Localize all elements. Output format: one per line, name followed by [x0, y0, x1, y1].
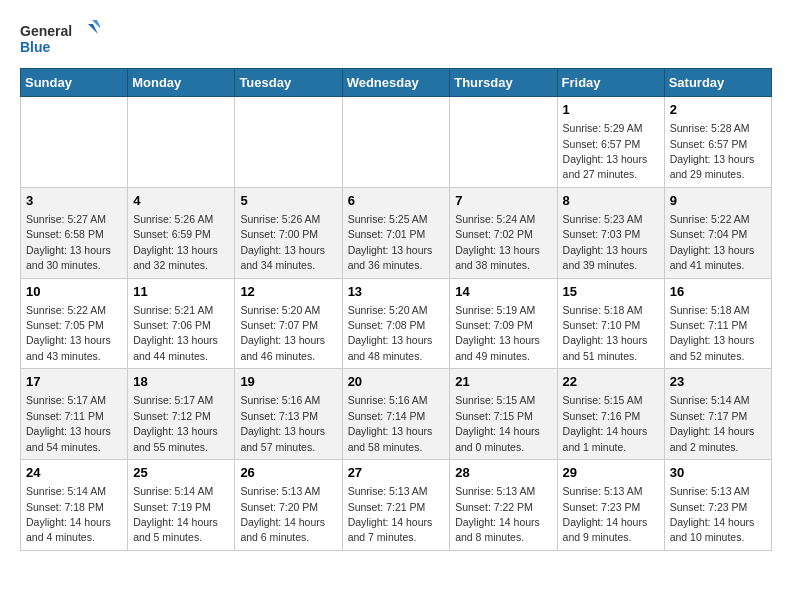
- day-info: Sunrise: 5:15 AM Sunset: 7:15 PM Dayligh…: [455, 394, 540, 452]
- header-monday: Monday: [128, 69, 235, 97]
- day-info: Sunrise: 5:27 AM Sunset: 6:58 PM Dayligh…: [26, 213, 111, 271]
- calendar-cell: 22Sunrise: 5:15 AM Sunset: 7:16 PM Dayli…: [557, 369, 664, 460]
- day-info: Sunrise: 5:23 AM Sunset: 7:03 PM Dayligh…: [563, 213, 648, 271]
- day-number: 11: [133, 283, 229, 301]
- calendar-cell: 13Sunrise: 5:20 AM Sunset: 7:08 PM Dayli…: [342, 278, 450, 369]
- day-number: 5: [240, 192, 336, 210]
- day-number: 8: [563, 192, 659, 210]
- day-number: 7: [455, 192, 551, 210]
- day-number: 19: [240, 373, 336, 391]
- day-info: Sunrise: 5:13 AM Sunset: 7:23 PM Dayligh…: [563, 485, 648, 543]
- day-number: 12: [240, 283, 336, 301]
- calendar-cell: 8Sunrise: 5:23 AM Sunset: 7:03 PM Daylig…: [557, 187, 664, 278]
- calendar-week-1: 1Sunrise: 5:29 AM Sunset: 6:57 PM Daylig…: [21, 97, 772, 188]
- day-info: Sunrise: 5:16 AM Sunset: 7:13 PM Dayligh…: [240, 394, 325, 452]
- day-number: 13: [348, 283, 445, 301]
- day-number: 23: [670, 373, 766, 391]
- day-info: Sunrise: 5:24 AM Sunset: 7:02 PM Dayligh…: [455, 213, 540, 271]
- calendar-cell: 19Sunrise: 5:16 AM Sunset: 7:13 PM Dayli…: [235, 369, 342, 460]
- calendar-week-2: 3Sunrise: 5:27 AM Sunset: 6:58 PM Daylig…: [21, 187, 772, 278]
- day-info: Sunrise: 5:16 AM Sunset: 7:14 PM Dayligh…: [348, 394, 433, 452]
- day-info: Sunrise: 5:14 AM Sunset: 7:18 PM Dayligh…: [26, 485, 111, 543]
- calendar-week-3: 10Sunrise: 5:22 AM Sunset: 7:05 PM Dayli…: [21, 278, 772, 369]
- day-info: Sunrise: 5:14 AM Sunset: 7:19 PM Dayligh…: [133, 485, 218, 543]
- calendar-cell: 25Sunrise: 5:14 AM Sunset: 7:19 PM Dayli…: [128, 460, 235, 551]
- calendar-cell: 26Sunrise: 5:13 AM Sunset: 7:20 PM Dayli…: [235, 460, 342, 551]
- calendar-cell: [21, 97, 128, 188]
- day-number: 4: [133, 192, 229, 210]
- day-info: Sunrise: 5:26 AM Sunset: 6:59 PM Dayligh…: [133, 213, 218, 271]
- calendar-cell: [128, 97, 235, 188]
- calendar-cell: 23Sunrise: 5:14 AM Sunset: 7:17 PM Dayli…: [664, 369, 771, 460]
- calendar-cell: 18Sunrise: 5:17 AM Sunset: 7:12 PM Dayli…: [128, 369, 235, 460]
- logo-svg: General Blue: [20, 20, 100, 60]
- calendar-cell: 17Sunrise: 5:17 AM Sunset: 7:11 PM Dayli…: [21, 369, 128, 460]
- calendar-cell: 1Sunrise: 5:29 AM Sunset: 6:57 PM Daylig…: [557, 97, 664, 188]
- day-info: Sunrise: 5:18 AM Sunset: 7:11 PM Dayligh…: [670, 304, 755, 362]
- svg-text:General: General: [20, 23, 72, 39]
- calendar-cell: 21Sunrise: 5:15 AM Sunset: 7:15 PM Dayli…: [450, 369, 557, 460]
- calendar-cell: 20Sunrise: 5:16 AM Sunset: 7:14 PM Dayli…: [342, 369, 450, 460]
- calendar-cell: 7Sunrise: 5:24 AM Sunset: 7:02 PM Daylig…: [450, 187, 557, 278]
- day-number: 6: [348, 192, 445, 210]
- svg-text:Blue: Blue: [20, 39, 51, 55]
- calendar-cell: [235, 97, 342, 188]
- day-number: 16: [670, 283, 766, 301]
- logo: General Blue: [20, 20, 100, 60]
- header-wednesday: Wednesday: [342, 69, 450, 97]
- calendar-cell: 16Sunrise: 5:18 AM Sunset: 7:11 PM Dayli…: [664, 278, 771, 369]
- calendar-cell: 24Sunrise: 5:14 AM Sunset: 7:18 PM Dayli…: [21, 460, 128, 551]
- calendar-week-4: 17Sunrise: 5:17 AM Sunset: 7:11 PM Dayli…: [21, 369, 772, 460]
- calendar-cell: 14Sunrise: 5:19 AM Sunset: 7:09 PM Dayli…: [450, 278, 557, 369]
- header-tuesday: Tuesday: [235, 69, 342, 97]
- calendar-header-row: SundayMondayTuesdayWednesdayThursdayFrid…: [21, 69, 772, 97]
- calendar-cell: 29Sunrise: 5:13 AM Sunset: 7:23 PM Dayli…: [557, 460, 664, 551]
- day-info: Sunrise: 5:13 AM Sunset: 7:20 PM Dayligh…: [240, 485, 325, 543]
- calendar-cell: 11Sunrise: 5:21 AM Sunset: 7:06 PM Dayli…: [128, 278, 235, 369]
- day-number: 14: [455, 283, 551, 301]
- day-info: Sunrise: 5:19 AM Sunset: 7:09 PM Dayligh…: [455, 304, 540, 362]
- svg-marker-2: [88, 24, 98, 34]
- day-number: 9: [670, 192, 766, 210]
- calendar-cell: 2Sunrise: 5:28 AM Sunset: 6:57 PM Daylig…: [664, 97, 771, 188]
- day-number: 2: [670, 101, 766, 119]
- day-number: 15: [563, 283, 659, 301]
- day-info: Sunrise: 5:18 AM Sunset: 7:10 PM Dayligh…: [563, 304, 648, 362]
- day-number: 27: [348, 464, 445, 482]
- day-number: 29: [563, 464, 659, 482]
- calendar-cell: [450, 97, 557, 188]
- day-number: 17: [26, 373, 122, 391]
- day-info: Sunrise: 5:20 AM Sunset: 7:08 PM Dayligh…: [348, 304, 433, 362]
- calendar-cell: 10Sunrise: 5:22 AM Sunset: 7:05 PM Dayli…: [21, 278, 128, 369]
- header-friday: Friday: [557, 69, 664, 97]
- header-saturday: Saturday: [664, 69, 771, 97]
- calendar-cell: 28Sunrise: 5:13 AM Sunset: 7:22 PM Dayli…: [450, 460, 557, 551]
- calendar-table: SundayMondayTuesdayWednesdayThursdayFrid…: [20, 68, 772, 551]
- day-info: Sunrise: 5:22 AM Sunset: 7:04 PM Dayligh…: [670, 213, 755, 271]
- day-info: Sunrise: 5:13 AM Sunset: 7:21 PM Dayligh…: [348, 485, 433, 543]
- day-info: Sunrise: 5:28 AM Sunset: 6:57 PM Dayligh…: [670, 122, 755, 180]
- day-info: Sunrise: 5:26 AM Sunset: 7:00 PM Dayligh…: [240, 213, 325, 271]
- day-info: Sunrise: 5:17 AM Sunset: 7:11 PM Dayligh…: [26, 394, 111, 452]
- day-number: 28: [455, 464, 551, 482]
- day-number: 3: [26, 192, 122, 210]
- calendar-cell: 9Sunrise: 5:22 AM Sunset: 7:04 PM Daylig…: [664, 187, 771, 278]
- calendar-cell: 15Sunrise: 5:18 AM Sunset: 7:10 PM Dayli…: [557, 278, 664, 369]
- calendar-cell: 30Sunrise: 5:13 AM Sunset: 7:23 PM Dayli…: [664, 460, 771, 551]
- header-sunday: Sunday: [21, 69, 128, 97]
- calendar-cell: 6Sunrise: 5:25 AM Sunset: 7:01 PM Daylig…: [342, 187, 450, 278]
- day-info: Sunrise: 5:22 AM Sunset: 7:05 PM Dayligh…: [26, 304, 111, 362]
- day-info: Sunrise: 5:13 AM Sunset: 7:23 PM Dayligh…: [670, 485, 755, 543]
- day-number: 24: [26, 464, 122, 482]
- day-info: Sunrise: 5:17 AM Sunset: 7:12 PM Dayligh…: [133, 394, 218, 452]
- day-number: 10: [26, 283, 122, 301]
- day-number: 26: [240, 464, 336, 482]
- day-info: Sunrise: 5:29 AM Sunset: 6:57 PM Dayligh…: [563, 122, 648, 180]
- calendar-cell: 3Sunrise: 5:27 AM Sunset: 6:58 PM Daylig…: [21, 187, 128, 278]
- day-number: 30: [670, 464, 766, 482]
- day-info: Sunrise: 5:14 AM Sunset: 7:17 PM Dayligh…: [670, 394, 755, 452]
- day-number: 20: [348, 373, 445, 391]
- calendar-week-5: 24Sunrise: 5:14 AM Sunset: 7:18 PM Dayli…: [21, 460, 772, 551]
- day-number: 18: [133, 373, 229, 391]
- day-info: Sunrise: 5:21 AM Sunset: 7:06 PM Dayligh…: [133, 304, 218, 362]
